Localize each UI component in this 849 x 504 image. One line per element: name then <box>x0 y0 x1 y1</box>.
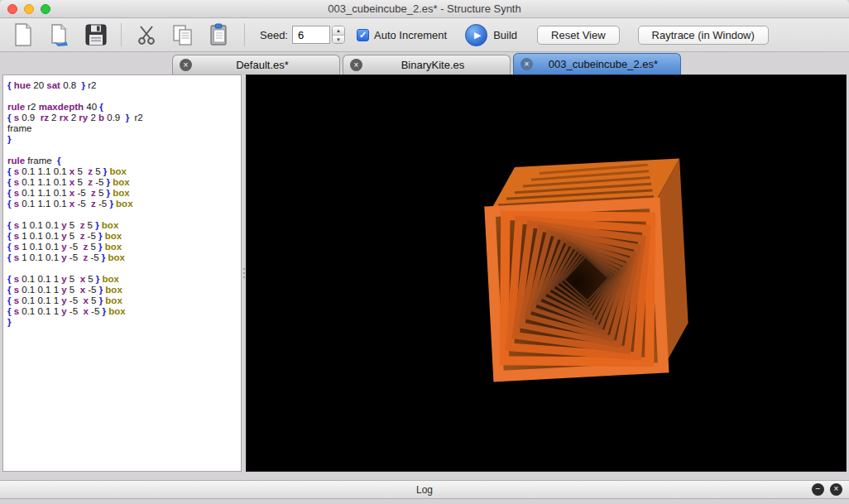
code-line <box>7 209 239 220</box>
play-icon: ▶ <box>465 24 487 46</box>
toolbar-separator <box>121 23 122 46</box>
minimize-window-button[interactable] <box>24 4 34 14</box>
tab-default-es[interactable]: × Default.es* <box>172 55 340 74</box>
tab-close-icon[interactable]: × <box>350 59 362 71</box>
auto-increment-label: Auto Increment <box>374 29 447 41</box>
bottom-strip <box>0 499 849 504</box>
seed-stepper[interactable]: ▲ ▼ <box>332 26 345 44</box>
code-line <box>7 91 239 102</box>
stepper-down-icon[interactable]: ▼ <box>333 36 344 44</box>
log-detach-icon[interactable]: − <box>812 483 824 496</box>
tab-binarykite-es[interactable]: × BinaryKite.es <box>343 55 511 74</box>
tab-label: Default.es* <box>192 59 333 71</box>
code-line: frame <box>7 123 239 134</box>
tab-close-icon[interactable]: × <box>180 59 192 71</box>
code-line: { s 0.9 rz 2 rx 2 ry 2 b 0.9 } r2 <box>7 113 239 123</box>
code-editor[interactable]: { hue 20 sat 0.8 } r2 rule r2 maxdepth 4… <box>2 74 242 472</box>
code-line: { s 1 0.1 0.1 y 5 z 5 } box <box>7 220 239 231</box>
build-button[interactable]: ▶ Build <box>465 24 517 46</box>
bottom-gap <box>0 472 849 480</box>
main-area: { hue 20 sat 0.8 } r2 rule r2 maxdepth 4… <box>0 74 849 472</box>
save-icon <box>85 24 107 46</box>
code-line <box>7 263 239 274</box>
code-line: { s 1 0.1 0.1 y -5 z -5 } box <box>7 252 239 263</box>
code-line: } <box>7 317 239 328</box>
raytrace-button[interactable]: Raytrace (in Window) <box>638 26 769 45</box>
auto-increment-checkbox[interactable]: ✓ <box>357 29 369 41</box>
copy-button[interactable] <box>168 21 198 49</box>
3d-viewport[interactable] <box>246 74 847 472</box>
cut-button[interactable] <box>132 21 161 49</box>
seed-label: Seed: <box>260 29 288 41</box>
copy-icon <box>172 24 194 46</box>
scissors-icon <box>136 24 157 46</box>
tab-label: 003_cubeincube_2.es* <box>533 58 674 70</box>
code-line: { s 0.1 1.1 0.1 x 5 z 5 } box <box>7 166 239 177</box>
paste-icon <box>209 23 230 46</box>
close-window-button[interactable] <box>7 4 17 14</box>
code-line: rule r2 maxdepth 40 { <box>7 102 239 113</box>
zoom-window-button[interactable] <box>41 4 50 14</box>
toolbar: Seed: ▲ ▼ ✓ Auto Increment ▶ Build Reset… <box>0 18 849 52</box>
code-line: { s 1 0.1 0.1 y 5 z -5 } box <box>7 231 239 242</box>
cube-render <box>247 75 846 471</box>
tab-cubeincube-es[interactable]: × 003_cubeincube_2.es* <box>513 53 681 74</box>
new-document-icon <box>13 23 33 46</box>
new-document-button[interactable] <box>8 21 38 49</box>
title-bar: 003_cubeincube_2.es* - Structure Synth <box>0 0 849 18</box>
code-line: { s 0.1 1.1 0.1 x 5 z -5 } box <box>7 177 239 188</box>
code-line: { s 0.1 0.1 1 y 5 x -5 } box <box>7 285 239 295</box>
tab-bar: × Default.es* × BinaryKite.es × 003_cube… <box>0 52 849 74</box>
log-panel-title: Log <box>0 484 849 496</box>
window-controls <box>7 4 50 14</box>
open-document-button[interactable] <box>45 21 74 49</box>
stepper-up-icon[interactable]: ▲ <box>333 26 344 36</box>
code-line: rule frame { <box>7 156 239 166</box>
toolbar-separator <box>244 23 245 46</box>
tab-label: BinaryKite.es <box>362 59 503 71</box>
seed-input[interactable] <box>292 26 330 44</box>
code-line: { s 1 0.1 0.1 y -5 z 5 } box <box>7 242 239 252</box>
code-line: { hue 20 sat 0.8 } r2 <box>7 80 239 91</box>
code-line: { s 0.1 0.1 1 y -5 x 5 } box <box>7 295 239 306</box>
build-label: Build <box>493 29 517 41</box>
log-close-icon[interactable]: × <box>830 483 842 496</box>
window-title: 003_cubeincube_2.es* - Structure Synth <box>328 2 520 15</box>
code-line: } <box>7 134 239 145</box>
open-document-icon <box>49 23 70 46</box>
code-line: { s 0.1 1.1 0.1 x -5 z -5 } box <box>7 199 239 209</box>
tab-close-icon[interactable]: × <box>520 58 533 70</box>
save-document-button[interactable] <box>81 21 111 49</box>
seed-group: Seed: ▲ ▼ <box>255 26 345 44</box>
code-line <box>7 145 239 156</box>
code-line: { s 0.1 0.1 1 y -5 x -5 } box <box>7 306 239 317</box>
auto-increment-group: ✓ Auto Increment <box>357 29 447 41</box>
paste-button[interactable] <box>204 21 234 49</box>
code-line: { s 0.1 0.1 1 y 5 x 5 } box <box>7 274 239 285</box>
log-panel-header: Log − × <box>0 480 849 499</box>
code-line: { s 0.1 1.1 0.1 x -5 z 5 } box <box>7 188 239 199</box>
reset-view-button[interactable]: Reset View <box>537 26 620 45</box>
